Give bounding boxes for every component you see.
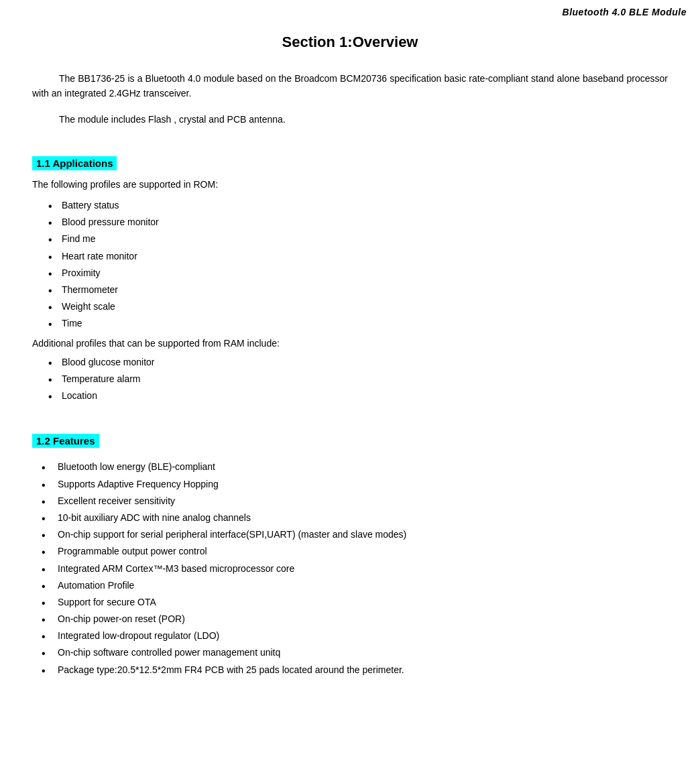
list-item: Blood pressure monitor <box>46 214 668 231</box>
list-item: Automation Profile <box>39 577 668 594</box>
features-heading: 1.2 Features <box>32 434 99 448</box>
list-item: Time <box>46 315 668 332</box>
applications-section: 1.1 Applications The following profiles … <box>32 143 668 404</box>
intro-paragraph-1: The BB1736-25 is a Bluetooth 4.0 module … <box>32 71 668 101</box>
list-item: Integrated ARM Cortex™-M3 based micropro… <box>39 560 668 577</box>
list-item: Package type:20.5*12.5*2mm FR4 PCB with … <box>39 662 668 678</box>
list-item: Programmable output power control <box>39 543 668 560</box>
list-item: Support for secure OTA <box>39 594 668 611</box>
list-item: Supports Adaptive Frequency Hopping <box>39 476 668 493</box>
applications-heading: 1.1 Applications <box>32 156 117 170</box>
list-item: On-chip support for serial peripheral in… <box>39 526 668 543</box>
intro-paragraph-2: The module includes Flash , crystal and … <box>32 112 668 127</box>
list-item: Battery status <box>46 197 668 214</box>
rom-profiles-list: Battery status Blood pressure monitor Fi… <box>46 197 668 333</box>
list-item: Proximity <box>46 265 668 282</box>
list-item: Find me <box>46 231 668 247</box>
list-item: Location <box>46 388 668 404</box>
list-item: Heart rate monitor <box>46 248 668 265</box>
list-item: Integrated low-dropout regulator (LDO) <box>39 628 668 644</box>
list-item: On-chip software controlled power manage… <box>39 644 668 661</box>
list-item: Temperature alarm <box>46 371 668 388</box>
list-item: Bluetooth low energy (BLE)-compliant <box>39 459 668 475</box>
page: Bluetooth 4.0 BLE Module Section 1:Overv… <box>0 0 700 771</box>
list-item: On-chip power-on reset (POR) <box>39 611 668 628</box>
ram-intro: Additional profiles that can be supporte… <box>32 336 668 351</box>
features-list: Bluetooth low energy (BLE)-compliant Sup… <box>39 459 668 678</box>
list-item: Weight scale <box>46 298 668 315</box>
rom-intro: The following profiles are supported in … <box>32 177 668 193</box>
features-section: 1.2 Features Bluetooth low energy (BLE)-… <box>32 420 668 678</box>
list-item: Blood glucose monitor <box>46 354 668 371</box>
list-item: Excellent receiver sensitivity <box>39 493 668 510</box>
list-item: 10-bit auxiliary ADC with nine analog ch… <box>39 510 668 526</box>
ram-profiles-list: Blood glucose monitor Temperature alarm … <box>46 354 668 405</box>
section-title: Section 1:Overview <box>32 34 668 51</box>
list-item: Thermometer <box>46 282 668 298</box>
header-bluetooth-label: Bluetooth 4.0 BLE Module <box>563 7 687 17</box>
